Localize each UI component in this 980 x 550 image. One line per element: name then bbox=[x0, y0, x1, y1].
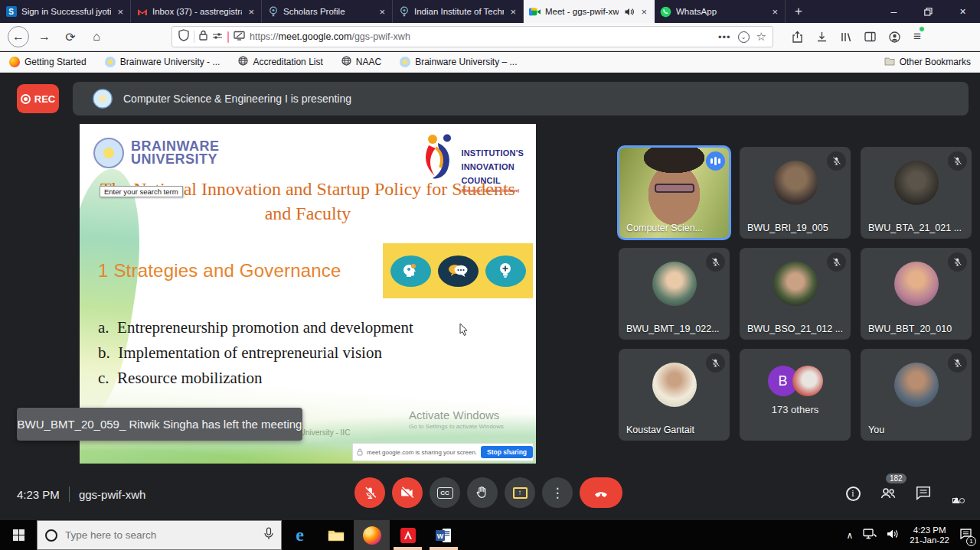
tab-iit[interactable]: Indian Institute of Techno × bbox=[393, 0, 524, 23]
participant-tile[interactable]: BWU_BBT_20_010 bbox=[861, 248, 972, 340]
participant-tile[interactable]: BWU_BSO_21_012 ... bbox=[740, 248, 851, 340]
taskbar-search[interactable] bbox=[37, 520, 282, 550]
leave-call-button[interactable] bbox=[580, 477, 622, 508]
chat-icon[interactable] bbox=[914, 484, 933, 503]
forward-button[interactable]: → bbox=[34, 26, 55, 47]
home-button[interactable]: ⌂ bbox=[86, 26, 107, 47]
avatar bbox=[894, 161, 939, 205]
record-icon bbox=[21, 94, 31, 104]
dictation-mic-icon[interactable] bbox=[264, 527, 273, 543]
shield-icon[interactable] bbox=[178, 29, 189, 44]
brainware-university-logo: BRAINWAREUNIVERSITY bbox=[93, 138, 220, 168]
window-restore-button[interactable] bbox=[911, 0, 946, 23]
participant-tile-others[interactable]: B 173 others bbox=[740, 349, 851, 441]
participant-tile[interactable]: Koustav Gantait bbox=[619, 349, 730, 441]
bookmark-naac[interactable]: NAAC bbox=[341, 56, 381, 68]
taskbar-word[interactable]: W bbox=[426, 520, 462, 550]
participant-tile[interactable]: BWU_BRI_19_005 bbox=[740, 147, 851, 239]
participant-tile[interactable]: BWU_BTA_21_021 ... bbox=[861, 147, 972, 239]
meeting-details-icon[interactable]: i bbox=[844, 484, 862, 503]
taskbar-edge[interactable]: e bbox=[282, 520, 318, 550]
share-info-icon bbox=[357, 445, 363, 459]
stop-sharing-button[interactable]: Stop sharing bbox=[481, 446, 533, 458]
tab-close-icon[interactable]: × bbox=[116, 6, 125, 18]
running-indicator bbox=[394, 547, 422, 550]
windows-taskbar: e W ∧ 4:23 PM21-Jan-22 1 bbox=[0, 520, 980, 550]
sharing-indicator bbox=[227, 31, 229, 43]
more-options-button[interactable]: ⋮ bbox=[542, 477, 573, 508]
camera-off-button[interactable] bbox=[392, 477, 423, 508]
captions-button[interactable]: CC bbox=[430, 477, 460, 508]
url-bar[interactable]: https://meet.google.com/ggs-pwif-xwh •••… bbox=[172, 26, 773, 47]
tab-sign-in[interactable]: S Sign in Successful jyotiris × bbox=[0, 0, 131, 23]
other-bookmarks[interactable]: Other Bookmarks bbox=[884, 57, 971, 68]
volume-icon[interactable] bbox=[887, 529, 900, 542]
present-screen-button[interactable]: ↑ bbox=[505, 477, 535, 508]
tab-whatsapp[interactable]: WhatsApp × bbox=[655, 0, 786, 23]
taskbar-firefox[interactable] bbox=[354, 520, 390, 550]
pocket-icon[interactable]: ⌄ bbox=[738, 31, 750, 43]
brainware-icon bbox=[400, 57, 410, 67]
library-icon[interactable] bbox=[841, 31, 851, 43]
bookmark-getting-started[interactable]: Getting Started bbox=[9, 57, 87, 67]
meeting-time: 4:23 PM bbox=[17, 488, 60, 501]
tab-audio-icon[interactable] bbox=[623, 6, 635, 18]
raise-hand-button[interactable] bbox=[467, 477, 498, 508]
window-minimize-button[interactable]: – bbox=[877, 0, 911, 23]
bookmark-star-icon[interactable]: ☆ bbox=[756, 30, 766, 44]
hidden-icons-chevron[interactable]: ∧ bbox=[846, 530, 853, 541]
sharing-status-text: meet.google.com is sharing your screen. bbox=[367, 449, 477, 456]
notification-count-badge: 1 bbox=[966, 536, 976, 546]
new-tab-button[interactable]: + bbox=[786, 0, 812, 23]
participants-count-badge: 182 bbox=[886, 474, 906, 483]
tab-meet-active[interactable]: Meet - ggs-pwif-xwh × bbox=[524, 0, 655, 23]
account-icon[interactable] bbox=[889, 31, 900, 43]
participant-tile-presenter[interactable]: Computer Scien... bbox=[619, 147, 730, 239]
taskbar-clock[interactable]: 4:23 PM21-Jan-22 bbox=[910, 526, 949, 545]
screen-sharing-bar: meet.google.com is sharing your screen. … bbox=[352, 443, 534, 461]
participants-icon[interactable]: 182 bbox=[879, 484, 897, 503]
lightbulb-icon bbox=[485, 255, 526, 287]
participant-tile-you[interactable]: You bbox=[861, 349, 972, 441]
sidebar-icon[interactable] bbox=[864, 31, 876, 42]
tab-scholars[interactable]: Scholars Profile × bbox=[262, 0, 393, 23]
menu-icon[interactable]: ≡ bbox=[913, 29, 921, 44]
lock-icon[interactable] bbox=[199, 30, 207, 44]
screen-share-icon[interactable] bbox=[234, 30, 245, 44]
tab-close-icon[interactable]: × bbox=[770, 6, 779, 18]
avatar bbox=[894, 262, 939, 306]
downloads-icon[interactable] bbox=[816, 31, 828, 43]
participant-name: Computer Scien... bbox=[626, 223, 703, 233]
participant-tile[interactable]: BWU_BMT_19_022... bbox=[619, 248, 730, 340]
mic-mute-button[interactable] bbox=[354, 477, 385, 508]
iic-emblem-icon bbox=[421, 133, 456, 182]
recording-badge: REC bbox=[17, 84, 59, 113]
action-center-icon[interactable]: 1 bbox=[959, 528, 972, 543]
url-text[interactable]: https://meet.google.com/ggs-pwif-xwh bbox=[250, 31, 714, 42]
taskbar-explorer[interactable] bbox=[318, 520, 354, 550]
tab-close-icon[interactable]: × bbox=[508, 6, 518, 18]
mic-muted-icon bbox=[827, 151, 846, 171]
permissions-icon[interactable] bbox=[212, 30, 223, 44]
globe-icon bbox=[238, 56, 248, 68]
taskbar-acrobat[interactable] bbox=[390, 520, 426, 550]
page-actions-icon[interactable]: ••• bbox=[718, 31, 731, 43]
tab-close-icon[interactable]: × bbox=[377, 6, 387, 18]
start-button[interactable] bbox=[0, 520, 37, 550]
bookmark-brainware-2[interactable]: Brainware University – ... bbox=[400, 57, 517, 67]
tab-inbox[interactable]: Inbox (37) - asstregistrar × bbox=[131, 0, 262, 23]
share-icon[interactable] bbox=[792, 31, 803, 43]
search-input[interactable] bbox=[65, 529, 256, 541]
window-close-button[interactable]: × bbox=[946, 0, 980, 23]
back-button[interactable]: ← bbox=[8, 26, 29, 47]
activities-icon[interactable] bbox=[949, 484, 968, 503]
tab-close-icon[interactable]: × bbox=[639, 6, 648, 18]
participant-name: Koustav Gantait bbox=[626, 425, 694, 435]
reload-button[interactable]: ⟳ bbox=[60, 26, 81, 47]
edge-icon: e bbox=[296, 525, 304, 545]
bookmark-accreditation[interactable]: Accreditation List bbox=[238, 56, 322, 68]
network-icon[interactable] bbox=[863, 528, 877, 542]
slide-title: The National Innovation and Startup Poli… bbox=[80, 177, 536, 226]
bookmark-brainware-1[interactable]: Brainware University - ... bbox=[105, 57, 220, 67]
tab-close-icon[interactable]: × bbox=[247, 6, 256, 18]
